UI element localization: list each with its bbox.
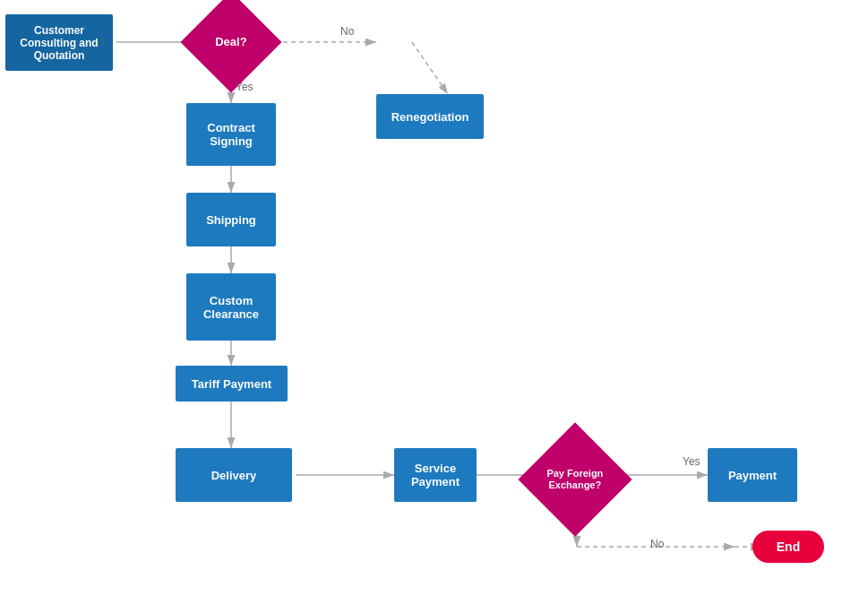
deal-label: Deal?	[215, 35, 246, 49]
contract-signing-label: Contract Signing	[207, 121, 254, 148]
pay-foreign-shape: Pay Foreign Exchange?	[518, 422, 632, 536]
custom-clearance-label: Custom Clearance	[203, 294, 259, 321]
deal-diamond: Deal?	[195, 6, 267, 78]
delivery-node: Delivery	[176, 448, 292, 502]
shipping-label: Shipping	[206, 213, 256, 227]
renegotiation-label: Renegotiation	[391, 110, 469, 124]
yes-label: Yes	[236, 81, 254, 93]
pay-foreign-diamond: Pay Foreign Exchange?	[535, 439, 615, 520]
no2-label: No	[650, 538, 664, 550]
flowchart: Customer Consulting and Quotation Deal? …	[0, 0, 868, 596]
contract-signing-node: Contract Signing	[186, 103, 276, 166]
no-label: No	[340, 25, 354, 38]
service-payment-node: Service Payment	[394, 448, 477, 502]
tariff-payment-node: Tariff Payment	[176, 366, 288, 402]
deal-shape: Deal?	[180, 0, 281, 93]
payment-node: Payment	[708, 448, 797, 502]
pay-foreign-label: Pay Foreign Exchange?	[535, 468, 615, 491]
service-payment-label: Service Payment	[411, 462, 460, 488]
end-label: End	[777, 540, 800, 554]
end-node: End	[752, 531, 824, 563]
delivery-label: Delivery	[211, 469, 257, 482]
customer-consulting-node: Customer Consulting and Quotation	[5, 14, 113, 71]
yes2-label: Yes	[683, 455, 700, 468]
custom-clearance-node: Custom Clearance	[186, 273, 276, 341]
tariff-payment-label: Tariff Payment	[192, 377, 271, 391]
svg-line-5	[412, 42, 448, 94]
payment-label: Payment	[728, 469, 777, 482]
renegotiation-node: Renegotiation	[376, 94, 484, 139]
customer-consulting-label: Customer Consulting and Quotation	[20, 24, 98, 62]
shipping-node: Shipping	[186, 193, 276, 246]
